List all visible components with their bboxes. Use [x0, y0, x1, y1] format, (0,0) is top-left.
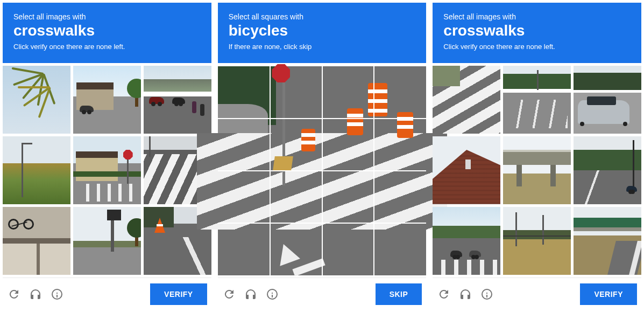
grid-tile[interactable]	[3, 136, 70, 204]
grid-tile[interactable]	[574, 207, 641, 275]
captcha-header: Select all images with crosswalks Click …	[3, 3, 211, 63]
captcha-footer: SKIP	[218, 278, 427, 309]
reload-icon[interactable]	[437, 287, 451, 301]
headphones-icon[interactable]	[458, 287, 472, 301]
captcha-footer: VERIFY	[433, 278, 641, 309]
grid-tile[interactable]	[574, 66, 641, 134]
image-grid	[218, 63, 427, 275]
grid-tile[interactable]	[73, 207, 141, 275]
prompt-subject: bicycles	[229, 22, 416, 39]
grid-tile[interactable]	[322, 171, 374, 223]
grid-tile[interactable]	[433, 66, 500, 134]
grid-tile[interactable]	[270, 119, 322, 171]
grid-tile[interactable]	[433, 207, 500, 275]
grid-tile[interactable]	[503, 136, 571, 204]
prompt-subject: crosswalks	[443, 22, 631, 39]
grid-tile[interactable]	[73, 136, 141, 204]
grid-tile[interactable]	[503, 66, 571, 134]
info-icon[interactable]	[265, 287, 279, 301]
grid-tile[interactable]	[270, 66, 322, 119]
prompt-line1: Select all images with	[13, 12, 201, 21]
prompt-line1: Select all squares with	[229, 12, 416, 21]
image-grid	[433, 63, 641, 275]
grid-tile[interactable]	[374, 119, 426, 171]
captcha-header: Select all squares with bicycles If ther…	[218, 3, 427, 63]
prompt-line2: If there are none, click skip	[229, 43, 416, 51]
grid-tile[interactable]	[218, 171, 270, 223]
grid-tile[interactable]	[270, 171, 322, 223]
captcha-panel-1: Select all images with crosswalks Click …	[3, 3, 211, 309]
prompt-line2: Click verify once there are none left.	[443, 43, 631, 51]
grid-tile[interactable]	[374, 66, 426, 119]
captcha-header: Select all images with crosswalks Click …	[433, 3, 641, 63]
image-grid	[3, 63, 211, 275]
reload-icon[interactable]	[7, 287, 21, 301]
prompt-line2: Click verify once there are none left.	[13, 43, 201, 51]
grid-tile[interactable]	[3, 66, 70, 134]
captcha-panel-3: Select all images with crosswalks Click …	[433, 3, 641, 309]
skip-button[interactable]: SKIP	[376, 283, 422, 305]
info-icon[interactable]	[480, 287, 494, 301]
grid-tile[interactable]	[574, 136, 641, 204]
grid-tile[interactable]	[322, 223, 374, 275]
prompt-subject: crosswalks	[13, 22, 201, 39]
grid-tile[interactable]	[73, 66, 141, 134]
grid-tile[interactable]	[322, 119, 374, 171]
grid-tile[interactable]	[503, 207, 571, 275]
grid-tile[interactable]	[374, 223, 426, 275]
grid-tile[interactable]	[433, 136, 500, 204]
prompt-line1: Select all images with	[443, 12, 631, 21]
grid-tile[interactable]	[218, 119, 270, 171]
grid-tile[interactable]	[3, 207, 70, 275]
reload-icon[interactable]	[222, 287, 236, 301]
image-grid-container	[218, 63, 427, 275]
verify-button[interactable]: VERIFY	[150, 283, 207, 305]
captcha-footer: VERIFY	[3, 278, 211, 309]
grid-tile[interactable]	[374, 171, 426, 223]
verify-button[interactable]: VERIFY	[580, 283, 637, 305]
headphones-icon[interactable]	[29, 287, 43, 301]
grid-tile[interactable]	[270, 223, 322, 275]
captcha-panel-2: Select all squares with bicycles If ther…	[218, 3, 427, 309]
grid-tile[interactable]	[322, 66, 374, 119]
grid-tile[interactable]	[144, 66, 211, 134]
grid-tile[interactable]	[218, 66, 270, 119]
grid-tile[interactable]	[218, 223, 270, 275]
headphones-icon[interactable]	[244, 287, 258, 301]
info-icon[interactable]	[50, 287, 64, 301]
